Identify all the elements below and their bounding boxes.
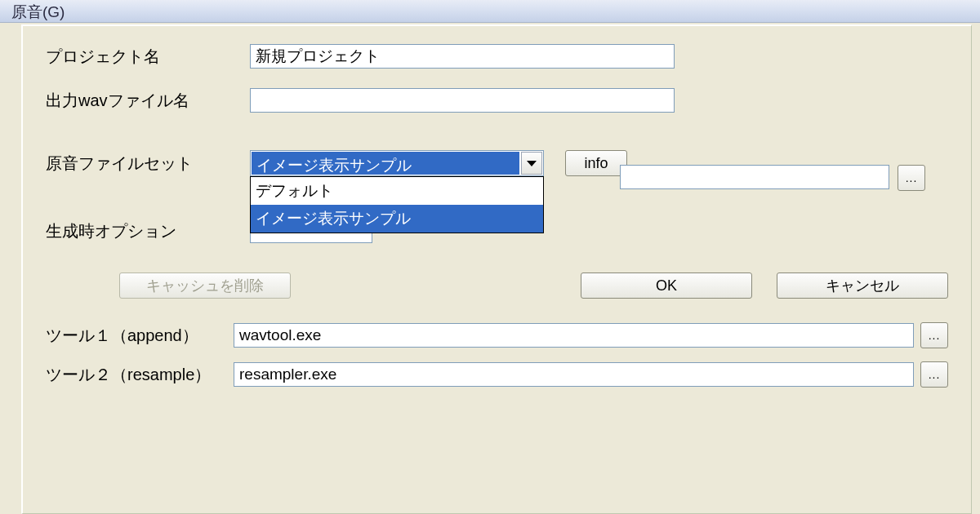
fileset-dropdown: デフォルト イメージ表示サンプル — [250, 176, 544, 233]
title-text: 原音(G) — [11, 3, 65, 20]
fileset-option-0[interactable]: デフォルト — [251, 177, 543, 205]
fileset-browse-button[interactable]: ... — [898, 165, 925, 191]
ok-button[interactable]: OK — [581, 273, 752, 299]
project-name-input[interactable] — [250, 44, 675, 69]
tool2-browse-button[interactable]: ... — [920, 361, 948, 388]
row-voice-fileset: 原音ファイルセット イメージ表示サンプル デフォルト イメージ表示サンプル in… — [46, 131, 948, 196]
fileset-combo-button[interactable] — [521, 152, 542, 175]
button-row: キャッシュを削除 OK キャンセル — [46, 273, 948, 299]
groupbox: プロジェクト名 出力wavファイル名 原音ファイルセット イメージ表示サンプル … — [21, 24, 972, 514]
label-tool2: ツール２（resample） — [46, 364, 234, 386]
info-button[interactable]: info — [565, 150, 627, 176]
settings-window: 原音(G) プロジェクト名 出力wavファイル名 原音ファイルセット イメージ表… — [0, 0, 980, 514]
titlebar: 原音(G) — [0, 0, 980, 23]
row-project-name: プロジェクト名 — [46, 42, 948, 70]
clear-cache-button: キャッシュを削除 — [119, 273, 291, 299]
fileset-combo-selected: イメージ表示サンプル — [252, 152, 519, 175]
label-tool1: ツール１（append） — [46, 325, 234, 347]
tool1-input[interactable] — [234, 323, 914, 348]
fileset-combo-wrap: イメージ表示サンプル デフォルト イメージ表示サンプル — [250, 150, 544, 176]
label-output-wav: 出力wavファイル名 — [46, 90, 250, 112]
tool2-input[interactable] — [234, 362, 914, 387]
row-output-wav: 出力wavファイル名 — [46, 86, 948, 114]
cancel-button[interactable]: キャンセル — [777, 273, 948, 299]
fileset-path-input[interactable] — [620, 165, 889, 189]
fileset-option-1[interactable]: イメージ表示サンプル — [251, 205, 543, 233]
chevron-down-icon — [527, 161, 537, 166]
tool1-browse-button[interactable]: ... — [920, 322, 948, 348]
fileset-combo[interactable]: イメージ表示サンプル — [250, 150, 544, 176]
label-voice-fileset: 原音ファイルセット — [46, 153, 250, 175]
label-project-name: プロジェクト名 — [46, 46, 250, 68]
label-gen-option: 生成時オプション — [46, 220, 250, 242]
row-tool2: ツール２（resample） ... — [46, 361, 948, 388]
output-wav-input[interactable] — [250, 88, 675, 113]
row-tool1: ツール１（append） ... — [46, 321, 948, 349]
